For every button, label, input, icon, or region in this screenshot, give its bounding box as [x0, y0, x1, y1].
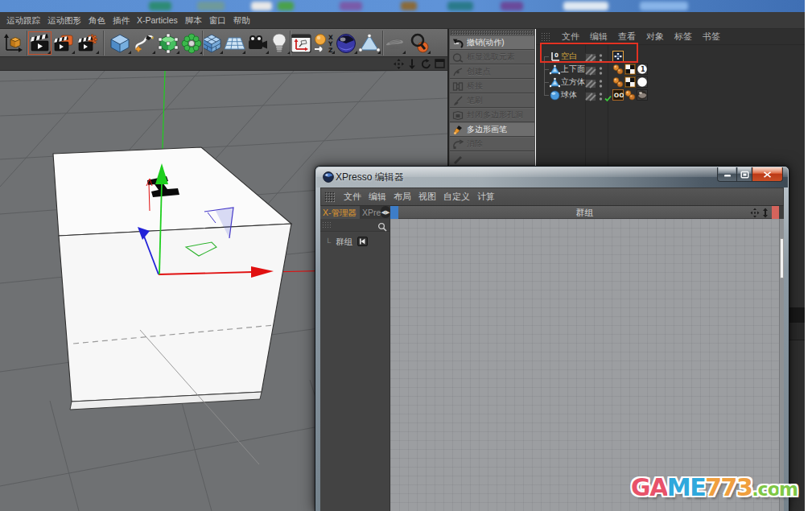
- menu-item-1[interactable]: 运动跟踪: [6, 12, 40, 29]
- maximize-button[interactable]: [736, 167, 752, 182]
- xpresso-tab-2[interactable]: XPre: [360, 206, 381, 219]
- xpresso-tree-item-group[interactable]: └ 群组: [325, 237, 368, 248]
- search-icon[interactable]: [377, 220, 387, 235]
- menu-item-5[interactable]: X-Particles: [137, 12, 178, 29]
- header-right-handle[interactable]: [772, 206, 779, 219]
- tool-coordinates-xyz[interactable]: XYZ: [312, 31, 336, 55]
- tool-coordinates[interactable]: [2, 31, 25, 55]
- palette-item-2: 框显选取元素: [450, 50, 534, 64]
- tool-camera[interactable]: [246, 31, 270, 55]
- sphere-object-icon[interactable]: [550, 89, 560, 104]
- menu-item-2[interactable]: 运动图形: [47, 12, 81, 29]
- palette-item-label: 笔刷: [467, 95, 483, 106]
- dropdown-corner-icon: [242, 51, 245, 54]
- rotate-view-control[interactable]: [420, 59, 431, 69]
- tool-workplane[interactable]: [290, 31, 313, 55]
- white-margin: [805, 0, 812, 511]
- menu-item-7[interactable]: 窗口: [209, 12, 226, 29]
- enabled-check-icon[interactable]: [604, 91, 612, 105]
- tool-motion-clip[interactable]: [28, 31, 52, 55]
- desktop-icon-blob: [251, 2, 272, 10]
- xpresso-menubar: 文件编辑布局视图自定义计算: [320, 188, 784, 206]
- tool-light[interactable]: [268, 31, 291, 55]
- xpresso-menu-item-1[interactable]: 文件: [344, 191, 361, 203]
- menu-item-6[interactable]: 脚本: [185, 12, 202, 29]
- xpresso-menu-item-3[interactable]: 布局: [394, 191, 411, 203]
- toggle-view-control[interactable]: [434, 59, 445, 69]
- xpresso-menu-item-5[interactable]: 自定义: [443, 191, 470, 203]
- palette-item-1[interactable]: 撤销(动作): [450, 35, 534, 50]
- object-row-上下面[interactable]: 上下面1: [536, 63, 805, 76]
- om-menu-item-6[interactable]: 书签: [703, 31, 720, 43]
- object-row-球体[interactable]: 球体OO: [536, 89, 805, 101]
- xmanager-panel: └ 群组: [320, 219, 390, 511]
- palette-item-label: 消除: [467, 138, 483, 150]
- poly-pen-icon: [452, 124, 464, 135]
- tree-line: [544, 82, 549, 83]
- svg-text:GRID: GRID: [390, 45, 400, 50]
- tool-spline-pen[interactable]: [133, 31, 156, 55]
- layer-hatch-icon[interactable]: [585, 90, 596, 105]
- toolbar-separator: [290, 31, 291, 56]
- tree-line: [544, 95, 549, 96]
- canvas-vertical-scrollbar[interactable]: [779, 219, 784, 511]
- tool-display-mode[interactable]: [358, 31, 381, 55]
- node-canvas[interactable]: [390, 219, 779, 511]
- tool-render-view[interactable]: [335, 31, 358, 55]
- visibility-dots-icon[interactable]: [599, 90, 603, 105]
- tool-render-settings[interactable]: [408, 31, 431, 55]
- tool-motion-system[interactable]: [76, 31, 100, 55]
- palette-item-3: 创建点: [450, 64, 534, 79]
- menu-item-3[interactable]: 角色: [89, 12, 105, 29]
- display-tag-icon[interactable]: OO: [612, 89, 624, 104]
- texture-tag-icon[interactable]: [637, 89, 648, 104]
- menu-item-8[interactable]: 帮助: [233, 12, 250, 29]
- pan-view-control[interactable]: [393, 59, 404, 69]
- xpresso-menu-item-4[interactable]: 视图: [418, 191, 436, 203]
- xpresso-menu-item-6[interactable]: 计算: [477, 191, 495, 203]
- object-name[interactable]: 立方体: [561, 76, 585, 88]
- object-name[interactable]: 上下面: [561, 64, 585, 75]
- close-button[interactable]: [752, 167, 783, 182]
- palette-drag-grip[interactable]: [451, 30, 534, 35]
- tool-motion-layer[interactable]: [52, 31, 76, 55]
- om-menu-item-3[interactable]: 查看: [618, 31, 636, 43]
- palette-item-7[interactable]: 多边形画笔: [450, 122, 534, 137]
- tool-floor[interactable]: [223, 31, 246, 55]
- close-hole-icon: [452, 109, 464, 121]
- phong-tag-icon[interactable]: [624, 89, 636, 104]
- object-name[interactable]: 球体: [561, 89, 577, 101]
- om-menu-item-5[interactable]: 标签: [674, 31, 692, 43]
- menu-item-4[interactable]: 插件: [113, 12, 130, 29]
- xpresso-menu-item-2[interactable]: 编辑: [369, 191, 386, 203]
- palette-item-4: 桥接: [450, 79, 534, 93]
- om-menu-item-2[interactable]: 编辑: [590, 31, 608, 43]
- zoom-view-control[interactable]: [406, 59, 418, 69]
- om-menu-item-4[interactable]: 对象: [646, 31, 664, 43]
- screenshot-root: 运动跟踪运动图形角色插件X-Particles脚本窗口帮助 XYZGRID: [0, 0, 812, 511]
- svg-text:1: 1: [641, 66, 645, 73]
- palette-item-5: 笔刷: [450, 93, 534, 108]
- xpresso-tab-1[interactable]: X-管理器: [320, 206, 360, 219]
- watermark-letter: 7: [705, 473, 720, 502]
- scrollbar-thumb[interactable]: [780, 238, 784, 278]
- node-area-header: 群组: [390, 206, 779, 219]
- tool-volume[interactable]: [200, 31, 224, 55]
- xpresso-window-title: XPresso 编辑器: [336, 171, 404, 184]
- drag-grip-icon: [541, 32, 551, 41]
- tool-make-editable[interactable]: [157, 31, 180, 55]
- dropdown-corner-icon: [128, 51, 131, 54]
- tab-scroll-button[interactable]: ◀▶: [381, 206, 390, 218]
- object-row-立方体[interactable]: 立方体: [536, 76, 805, 89]
- om-menu-item-1[interactable]: 文件: [562, 31, 579, 43]
- tool-snap-disabled[interactable]: GRID: [383, 31, 406, 55]
- xpresso-titlebar[interactable]: XPresso 编辑器: [316, 167, 788, 188]
- create-point-icon: [452, 66, 464, 77]
- palette-item-label: 桥接: [467, 80, 483, 92]
- minimize-button[interactable]: [717, 167, 736, 182]
- dropdown-corner-icon: [354, 51, 357, 54]
- palette-item-label: 多边形画笔: [467, 124, 507, 135]
- tool-add-cube[interactable]: [109, 31, 132, 55]
- toolbar-separator: [202, 31, 203, 56]
- desktop-icon-blob: [447, 2, 473, 10]
